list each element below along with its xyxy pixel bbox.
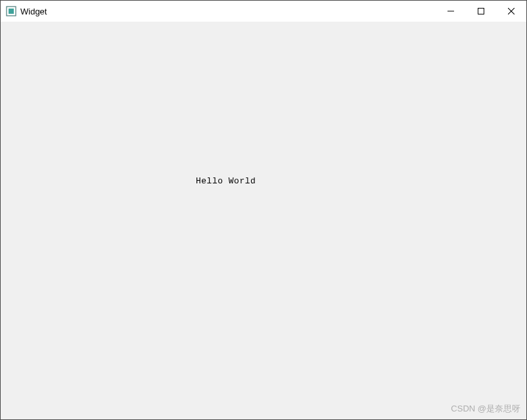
minimize-icon	[447, 8, 454, 14]
titlebar[interactable]: Widget	[1, 1, 526, 22]
client-area: Hello World	[1, 22, 526, 419]
window-controls	[436, 1, 526, 22]
maximize-icon	[478, 8, 484, 14]
maximize-button[interactable]	[466, 1, 496, 22]
window-title: Widget	[20, 7, 47, 16]
hello-label: Hello World	[196, 176, 256, 186]
svg-rect-3	[478, 9, 484, 14]
close-icon	[508, 8, 515, 14]
qt-app-icon	[6, 6, 16, 16]
close-button[interactable]	[496, 1, 526, 22]
minimize-button[interactable]	[436, 1, 466, 22]
app-window: Widget Hello World	[0, 0, 527, 420]
svg-rect-1	[9, 9, 14, 14]
titlebar-left: Widget	[1, 6, 47, 16]
